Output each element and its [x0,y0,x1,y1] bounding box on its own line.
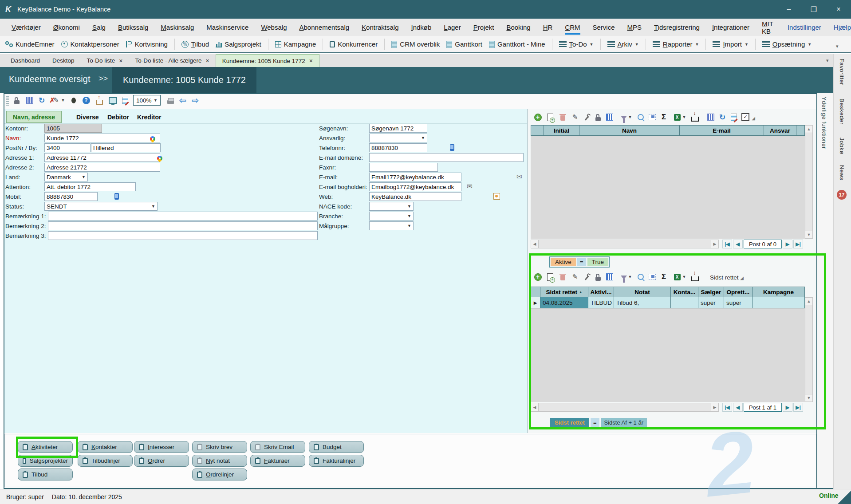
sum-icon[interactable]: Σ [658,272,669,282]
pager-next-icon[interactable]: ▶ [783,240,792,248]
columns-icon[interactable] [604,272,615,282]
email-field[interactable] [369,173,461,181]
footer-filter-operator[interactable]: = [591,418,599,427]
tab-todo-liste[interactable]: To-Do liste× [81,54,129,67]
zoom-select[interactable]: 100%▼ [133,95,161,106]
menu-maskinservice[interactable]: Maskinservice [206,24,248,31]
cell-notat[interactable]: Tilbud 6, [614,297,671,308]
close-icon[interactable]: × [119,57,122,64]
contacts-grid-hscrollbar[interactable] [531,240,719,248]
ordrelinjer-button[interactable]: Ordrelinjer [192,469,247,480]
scroll-up-icon[interactable]: ▲ [805,125,813,133]
scroll-down-icon[interactable]: ▼ [805,231,813,239]
ribbon-salgsprojekt[interactable]: Salgsprojekt [216,40,261,48]
scroll-right-icon[interactable]: ▶ [711,240,719,248]
chevron-down-icon[interactable]: ▼ [682,112,687,122]
column-header-kampagne[interactable]: Kampagne [753,287,805,297]
printer-icon[interactable] [165,95,176,106]
dock-beskeder[interactable]: Beskeder [839,98,845,125]
ribbon-overflow-chevron-icon[interactable]: ▾ [836,43,839,49]
ribbon-todo-menu[interactable]: To-Do▼ [559,40,594,48]
notes-icon[interactable] [120,95,130,106]
scroll-up-icon[interactable]: ▲ [805,297,813,305]
column-header-akt[interactable]: Aktivi... [588,287,614,297]
grid-sort-label[interactable]: Sidst rettet ◢ [710,274,744,281]
lock-icon[interactable] [12,95,22,106]
cell-kampagne[interactable] [753,297,805,308]
column-header-konta[interactable]: Konta... [671,287,698,297]
activities-grid-body[interactable] [531,308,805,402]
pager-next-icon[interactable]: ▶ [783,403,792,412]
lock-icon[interactable] [593,112,603,122]
menu-salg[interactable]: Salg [92,24,106,31]
pager-prev-icon[interactable]: ◀ [733,403,743,412]
sum-icon[interactable]: Σ [658,112,669,122]
ribbon-kundeemner[interactable]: KundeEmner [5,40,55,48]
column-header-sidst-rettet[interactable]: Sidst rettet ▲ [540,287,588,297]
toolbar-grip[interactable] [6,96,9,106]
close-button[interactable]: × [829,0,848,19]
bemaerkning3-field[interactable] [48,231,318,240]
upload-icon[interactable] [94,95,105,106]
web-field[interactable] [369,192,461,201]
menu-indstillinger[interactable]: Indstillinger [788,24,821,31]
scroll-left-icon[interactable]: ◀ [531,403,539,412]
ordrer-button[interactable]: Ordrer [134,455,189,467]
help-icon[interactable]: ? [81,95,91,106]
excel-icon[interactable]: X [672,112,682,122]
interesser-button[interactable]: Interesser [134,441,189,453]
ribbon-import-menu[interactable]: Import▼ [713,40,748,48]
menu-abonnementsalg[interactable]: Abonnementsalg [299,24,349,31]
corner-resize-icon[interactable]: ◢ [751,113,756,123]
column-header-ansvar[interactable]: Ansvar [764,125,796,136]
tab-todo-liste-alle[interactable]: To-Do liste - Alle sælgere× [129,54,216,67]
ansvarlig-select[interactable]: ▼ [369,134,427,142]
ribbon-tilbud[interactable]: %Tilbud [181,40,209,48]
pager-first-icon[interactable]: |◀ [722,403,732,412]
import-icon[interactable] [689,112,700,122]
status-select[interactable]: SENDT▼ [44,202,158,211]
debug-icon[interactable] [68,95,79,106]
scroll-left-icon[interactable]: ◀ [531,240,539,248]
column-header-notat[interactable]: Notat [614,287,671,297]
scroll-down-icon[interactable]: ▼ [805,394,813,402]
new-record-icon[interactable] [545,272,556,282]
column-header-oprett[interactable]: Oprett... [724,287,753,297]
screen-icon[interactable] [107,95,118,106]
add-icon[interactable]: + [532,112,543,122]
activities-filter[interactable]: Aktive = True [549,256,610,268]
menu-integrationer[interactable]: Integrationer [712,24,749,31]
refresh-icon[interactable]: ↻ [36,95,47,106]
email-domaene-field[interactable] [369,153,524,162]
ribbon-kortvisning[interactable]: Kortvisning [126,40,168,48]
ribbon-arkiv-menu[interactable]: Arkiv▼ [607,40,639,48]
close-icon[interactable]: × [309,57,313,64]
mobil-field[interactable] [44,192,98,201]
minimize-button[interactable]: – [779,0,799,19]
column-header-saelger[interactable]: Sælger [698,287,724,297]
attention-field[interactable] [44,182,136,191]
menu-vaerktoejer[interactable]: Værktøjer [12,24,41,31]
lock-icon[interactable] [593,272,603,282]
menu-service[interactable]: Service [593,24,615,31]
edit-icon[interactable]: ✎ [570,272,580,282]
contacts-grid-body[interactable] [531,136,805,239]
column-header-navn[interactable]: Navn [579,125,680,136]
skriv-brev-button[interactable]: Skriv brev [192,441,247,453]
chevron-down-icon[interactable]: ▼ [682,272,687,282]
tilbudlinjer-button[interactable]: Tilbudlinjer [78,455,133,467]
filter-value-chip[interactable]: True [587,258,608,266]
delete-icon[interactable] [557,272,568,282]
close-icon[interactable]: × [206,57,209,64]
chevron-down-icon[interactable]: ▼ [60,95,66,106]
cell-kontakt[interactable] [671,297,698,308]
edit-tools-icon[interactable]: ✗✎ [49,95,59,106]
cell-oprettet-af[interactable]: super [724,297,753,308]
adresse1-field[interactable] [44,153,160,162]
tab-kundeemne-1005[interactable]: Kundeemne: 1005 Kunde 1772× [216,54,319,67]
menu-websalg[interactable]: Websalg [261,24,287,31]
budget-button[interactable]: Budget [309,441,364,453]
ribbon-kontaktpersoner[interactable]: Kontaktpersoner [61,40,119,48]
ribbon-kampagne[interactable]: Kampagne [275,40,316,48]
branche-select[interactable]: ▼ [369,212,414,220]
